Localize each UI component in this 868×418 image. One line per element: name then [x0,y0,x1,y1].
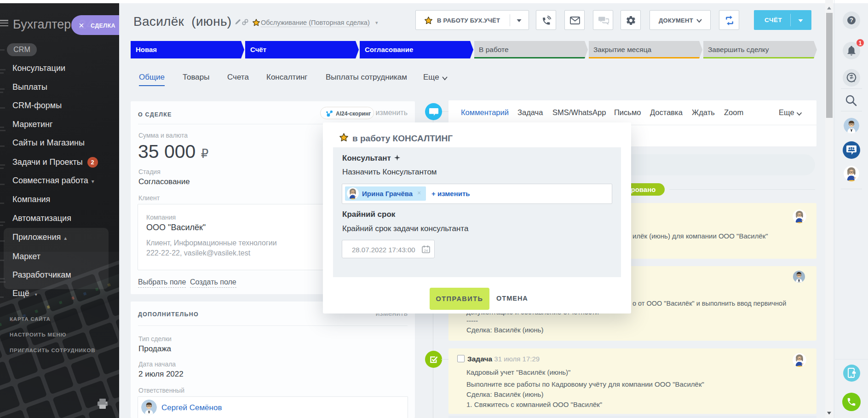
svg-text:24: 24 [424,249,428,253]
